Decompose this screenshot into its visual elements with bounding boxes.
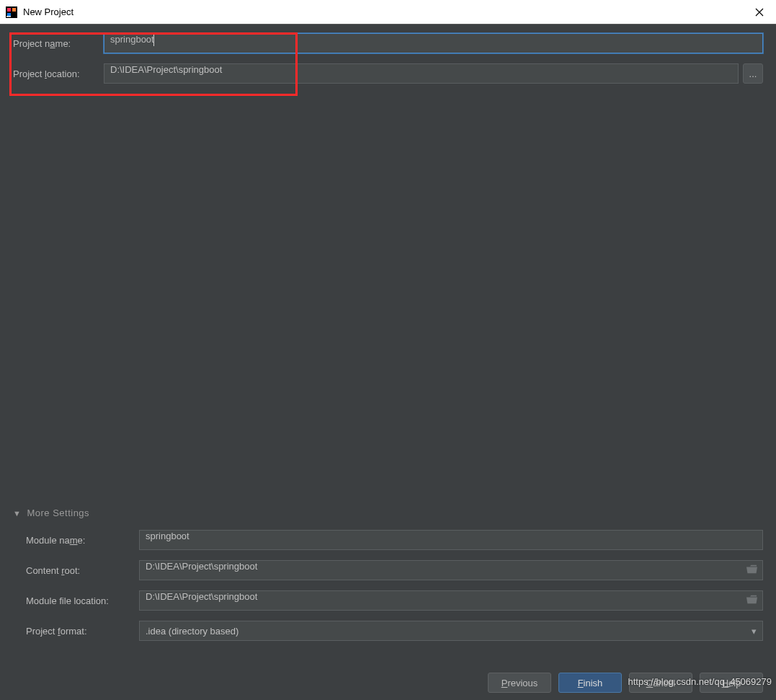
close-icon[interactable] — [743, 0, 776, 25]
module-name-row: Module name: springboot — [13, 530, 763, 550]
project-name-row: Project name: springboot — [13, 33, 763, 53]
app-icon — [6, 6, 17, 18]
project-name-label: Project name: — [13, 38, 104, 49]
project-location-value: D:\IDEA\Project\springboot — [110, 64, 222, 75]
project-format-label: Project format: — [13, 626, 139, 637]
more-settings-body: Module name: springboot Content root: D:… — [13, 530, 763, 641]
module-file-location-row: Module file location: D:\IDEA\Project\sp… — [13, 590, 763, 611]
finish-button[interactable]: Finish — [558, 673, 622, 693]
main-panel: Project name: springboot Project locatio… — [0, 25, 776, 94]
chevron-down-icon: ▾ — [752, 626, 757, 637]
module-name-input[interactable]: springboot — [139, 530, 763, 550]
more-settings-section: ▼ More Settings Module name: springboot … — [13, 508, 763, 651]
module-file-location-value: D:\IDEA\Project\springboot — [146, 591, 257, 602]
module-name-label: Module name: — [13, 535, 139, 546]
svg-rect-2 — [12, 8, 16, 12]
previous-button[interactable]: Previous — [488, 673, 551, 693]
window-title: New Project — [23, 6, 743, 17]
svg-rect-4 — [6, 16, 11, 17]
content-root-row: Content root: D:\IDEA\Project\springboot — [13, 560, 763, 580]
module-file-location-label: Module file location: — [13, 595, 139, 606]
project-location-input[interactable]: D:\IDEA\Project\springboot — [104, 63, 739, 84]
project-name-value: springboot — [110, 34, 154, 45]
module-file-location-input[interactable]: D:\IDEA\Project\springboot — [139, 590, 763, 611]
more-settings-toggle[interactable]: ▼ More Settings — [13, 508, 763, 518]
svg-rect-1 — [7, 8, 11, 12]
project-format-value: .idea (directory based) — [146, 626, 238, 637]
content-root-label: Content root: — [13, 565, 139, 576]
project-format-select[interactable]: .idea (directory based) ▾ — [139, 621, 763, 641]
module-name-value: springboot — [146, 531, 189, 541]
content-root-value: D:\IDEA\Project\springboot — [146, 561, 257, 572]
watermark-text: https://blog.csdn.net/qq_45069279 — [628, 676, 772, 687]
project-location-row: Project location: D:\IDEA\Project\spring… — [13, 63, 763, 84]
project-location-label: Project location: — [13, 68, 104, 79]
project-name-input[interactable]: springboot — [104, 33, 763, 53]
title-bar: New Project — [0, 0, 776, 25]
project-format-row: Project format: .idea (directory based) … — [13, 621, 763, 641]
text-cursor — [153, 35, 154, 46]
chevron-down-icon: ▼ — [13, 509, 21, 518]
more-settings-label: More Settings — [27, 508, 89, 518]
content-root-input[interactable]: D:\IDEA\Project\springboot — [139, 560, 763, 580]
browse-button[interactable]: ... — [743, 63, 763, 84]
